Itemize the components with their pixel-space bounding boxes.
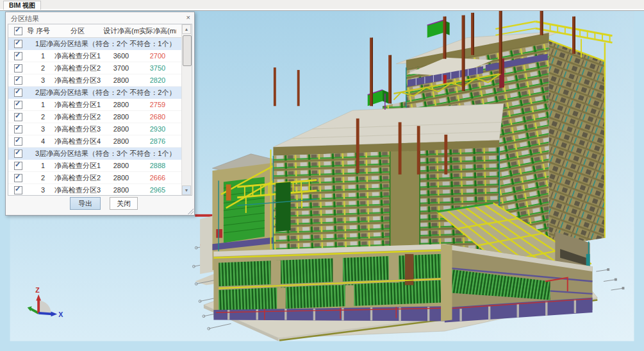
dialog-footer: 导出 关闭 [6,197,194,211]
result-rows: ✓1层净高分区结果（符合：2个 不符合：1个）✓1净高检查分区136002700… [8,38,182,195]
group-row[interactable]: ✓1层净高分区结果（符合：2个 不符合：1个） [8,38,182,50]
col-actual-height: 实际净高(mm) [139,26,176,36]
row-index: 3 [34,125,52,133]
row-checkbox[interactable]: ✓ [14,137,22,146]
row-partition: 净高检查分区4 [52,137,103,146]
row-checkbox[interactable]: ✓ [14,40,22,48]
row-index: 3 [34,186,52,194]
row-checkbox[interactable]: ✓ [14,64,22,73]
row-checkbox[interactable]: ✓ [14,52,22,60]
row-actual-height: 2965 [139,186,176,194]
row-checkbox[interactable]: ✓ [14,174,22,182]
group-row[interactable]: ✓2层净高分区结果（符合：2个 不符合：2个） [8,87,182,99]
row-design-height: 2800 [103,162,139,169]
view-tab-bar: BIM 视图 [0,0,644,10]
red-marker [195,214,212,217]
table-row[interactable]: ✓4净高检查分区428002876 [8,135,182,148]
row-design-height: 2800 [103,186,139,194]
col-partition: 分区 [52,26,103,36]
close-icon[interactable]: × [186,13,190,21]
row-partition: 净高检查分区1 [52,100,103,110]
col-design-height: 设计净高(mm) [103,26,139,36]
row-partition: 净高检查分区1 [52,51,103,61]
table-row[interactable]: ✓1净高检查分区136002700 [8,50,182,62]
table-row[interactable]: ✓2净高检查分区237003750 [8,62,182,74]
row-index: 1 [34,162,52,169]
row-partition: 净高检查分区1 [52,161,103,171]
row-design-height: 2800 [103,113,139,121]
axis-x-label: X [58,311,63,318]
row-index: 1 [34,52,52,60]
row-partition: 净高检查分区3 [52,76,103,85]
row-partition: 净高检查分区2 [52,64,103,73]
green-screen-panel [276,182,290,232]
table-row[interactable]: ✓2净高检查分区228002680 [8,111,182,123]
podium-left-face [213,244,444,321]
group-label: 1层净高分区结果（符合：2个 不符合：1个） [34,39,176,49]
scroll-down-icon[interactable]: ▼ [182,185,191,195]
row-index: 3 [34,76,52,84]
row-index: 2 [34,113,52,121]
row-actual-height: 2820 [139,76,176,84]
row-design-height: 2800 [103,101,139,108]
row-actual-height: 2666 [139,174,176,182]
table-row[interactable]: ✓1净高检查分区128002759 [8,99,182,111]
row-index: 4 [34,137,52,145]
row-actual-height: 2680 [139,113,176,121]
row-design-height: 2800 [103,174,139,182]
resize-grip[interactable] [188,209,194,214]
row-checkbox[interactable]: ✓ [14,76,22,85]
row-design-height: 2800 [103,137,139,145]
tab-bim-view[interactable]: BIM 视图 [3,1,41,10]
row-checkbox[interactable]: ✓ [14,89,22,97]
row-partition: 净高检查分区2 [52,173,103,183]
col-index: 序号 [34,26,52,36]
row-checkbox[interactable]: ✓ [14,113,22,121]
row-actual-height: 2930 [139,125,176,133]
row-checkbox[interactable]: ✓ [14,186,22,194]
table-row[interactable]: ✓3净高检查分区328002930 [8,123,182,135]
row-checkbox[interactable]: ✓ [14,162,22,170]
row-design-height: 2800 [103,125,139,133]
row-checkbox[interactable]: ✓ [14,125,22,133]
row-actual-height: 3750 [139,64,176,72]
row-partition: 净高检查分区2 [52,112,103,122]
row-index: 2 [34,174,52,182]
row-design-height: 3700 [103,64,139,72]
row-checkbox[interactable]: ✓ [14,150,22,158]
row-index: 1 [34,101,52,108]
table-row[interactable]: ✓3净高检查分区328002965 [8,184,182,195]
row-design-height: 3600 [103,52,139,60]
row-actual-height: 2888 [139,162,176,169]
row-partition: 净高检查分区3 [52,185,103,195]
group-row[interactable]: ✓3层净高分区结果（符合：3个 不符合：1个） [8,148,182,160]
results-table: ✓ 导出 序号 分区 设计净高(mm) 实际净高(mm) ✓1层净高分区结果（符… [8,24,192,196]
close-button[interactable]: 关闭 [110,197,138,210]
row-actual-height: 2876 [139,137,176,145]
scroll-up-icon[interactable]: ▲ [182,24,191,34]
group-label: 2层净高分区结果（符合：2个 不符合：2个） [34,88,176,98]
row-partition: 净高检查分区3 [52,124,103,134]
table-scrollbar[interactable]: ▲ ▼ [181,24,192,195]
table-row[interactable]: ✓1净高检查分区128002888 [8,160,182,172]
dialog-title: 分区结果 [11,14,39,24]
axis-z-label: Z [35,286,40,294]
group-label: 3层净高分区结果（符合：3个 不符合：1个） [34,149,176,158]
export-button[interactable]: 导出 [70,197,101,210]
row-index: 2 [34,64,52,72]
scrollbar-thumb[interactable] [183,35,192,66]
row-checkbox[interactable]: ✓ [14,101,22,109]
table-header: ✓ 导出 序号 分区 设计净高(mm) 实际净高(mm) [8,24,192,38]
row-design-height: 2800 [103,76,139,84]
row-actual-height: 2700 [139,52,176,60]
partition-results-dialog: 分区结果 × ✓ 导出 序号 分区 设计净高(mm) 实际净高(mm) ✓1层净… [5,12,195,216]
table-row[interactable]: ✓3净高检查分区328002820 [8,74,182,87]
col-export: 导出 [27,27,34,35]
row-actual-height: 2759 [139,101,176,108]
table-row[interactable]: ✓2净高检查分区228002666 [8,172,182,184]
select-all-checkbox[interactable]: ✓ [14,27,22,35]
